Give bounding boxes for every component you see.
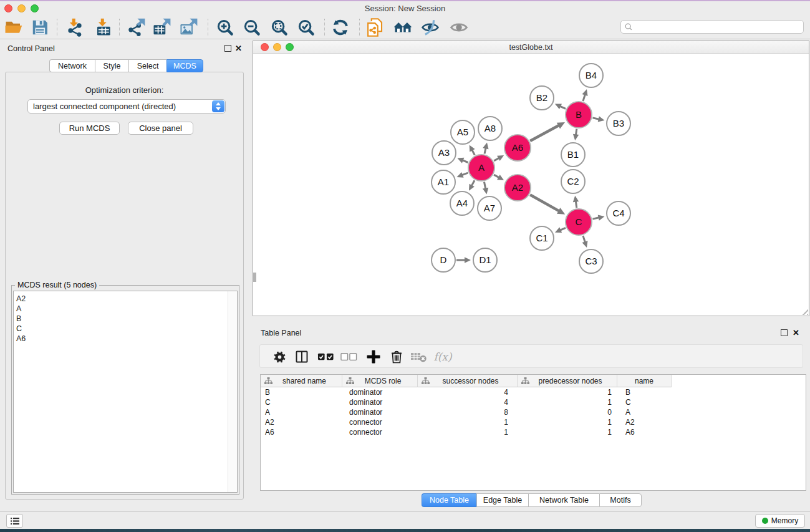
show-graphics-details-button[interactable] <box>448 17 470 37</box>
mcds-result-item[interactable]: C <box>14 324 237 334</box>
function-builder-button[interactable]: f(x) <box>432 345 454 369</box>
import-network-button[interactable] <box>64 17 85 37</box>
zoom-fit-button[interactable] <box>269 17 290 37</box>
delete-table-button[interactable] <box>407 345 430 369</box>
edge-A-A8[interactable] <box>485 148 486 153</box>
network-canvas[interactable]: B4B2BB3A5A8A6B1A3AA1A2C2A4A7C4CC1C3DD1 <box>253 54 809 316</box>
tab-node-table[interactable]: Node Table <box>422 493 476 507</box>
column-header-shared-name[interactable]: shared name <box>261 375 342 387</box>
hide-details-button[interactable] <box>420 17 441 37</box>
column-header-successor-nodes[interactable]: successor nodes <box>418 375 518 387</box>
edge-B-B2[interactable] <box>560 106 566 109</box>
task-history-button[interactable] <box>6 514 23 528</box>
edge-C-C4[interactable] <box>593 218 599 219</box>
criterion-dropdown[interactable]: largest connected component (directed) <box>27 99 226 114</box>
node-label-D: D <box>440 254 447 265</box>
table-row[interactable]: A2connector11A2 <box>261 417 806 427</box>
cell: dominator <box>342 387 418 397</box>
edge-C-C3[interactable] <box>583 236 585 243</box>
mcds-result-item[interactable]: A2 <box>14 294 237 304</box>
refresh-button[interactable] <box>330 17 351 37</box>
network-view-window: testGlobe.txt B4B2BB3A5A8A6B1A3AA1A2C2A4… <box>253 41 809 316</box>
edge-B-B1[interactable] <box>576 129 577 135</box>
run-mcds-button[interactable]: Run MCDS <box>59 122 120 135</box>
tab-network[interactable]: Network <box>49 59 95 72</box>
edge-A-A7[interactable] <box>485 182 486 189</box>
table-row[interactable]: Adominator80A <box>261 407 806 417</box>
table-row[interactable]: Cdominator41C <box>261 397 806 407</box>
node-label-A: A <box>478 162 485 173</box>
edge-A-A2[interactable] <box>494 175 499 178</box>
zoom-in-button[interactable] <box>215 17 236 37</box>
toolbar-divider <box>0 39 810 39</box>
table-toolbar: f(x) <box>259 344 803 368</box>
column-header-MCDS-role[interactable]: MCDS role <box>342 375 418 387</box>
table-settings-button[interactable] <box>268 345 291 369</box>
edge-A-A3[interactable] <box>463 160 468 163</box>
zoom-selected-button[interactable] <box>296 17 317 37</box>
cell: 4 <box>418 387 518 397</box>
mcds-list-scrollbar[interactable] <box>228 291 237 492</box>
close-panel-icon[interactable]: ✕ <box>235 45 242 52</box>
tab-network-table[interactable]: Network Table <box>528 493 599 507</box>
delete-column-button[interactable] <box>385 345 408 369</box>
column-header-predecessor-nodes[interactable]: predecessor nodes <box>518 375 617 387</box>
tab-select[interactable]: Select <box>128 59 166 72</box>
edge-A2-C[interactable] <box>530 195 559 211</box>
desktop-wallpaper <box>0 529 810 532</box>
table-row[interactable]: Bdominator41B <box>261 387 806 397</box>
tab-mcds[interactable]: MCDS <box>166 59 203 72</box>
network-vertical-scrollbar[interactable] <box>253 273 256 282</box>
mcds-result-item[interactable]: A6 <box>14 334 237 344</box>
mcds-result-list[interactable]: A2ABCA6 <box>13 291 238 493</box>
select-all-columns-button[interactable] <box>314 345 337 369</box>
close-table-panel-icon[interactable]: ✕ <box>793 329 799 336</box>
cell: A2 <box>617 417 672 427</box>
edge-A-A6[interactable] <box>494 158 499 161</box>
memory-status-icon <box>762 518 768 524</box>
table-row[interactable]: A6connector11A6 <box>261 427 806 437</box>
export-network-button[interactable] <box>125 17 147 37</box>
edge-C-C2[interactable] <box>576 201 576 208</box>
mcds-result-item[interactable]: A <box>14 304 237 314</box>
edge-B-B3[interactable] <box>593 118 599 119</box>
zoom-out-button[interactable] <box>241 17 263 37</box>
split-view-button[interactable] <box>291 345 313 369</box>
attribute-icon <box>422 377 430 385</box>
unselect-all-columns-button[interactable] <box>337 345 360 369</box>
float-table-panel-icon[interactable] <box>781 329 788 336</box>
edge-A-A5[interactable] <box>472 150 475 155</box>
attribute-icon <box>346 377 354 385</box>
search-input[interactable] <box>620 20 804 34</box>
cell: A <box>261 407 342 417</box>
tab-edge-table[interactable]: Edge Table <box>476 493 528 507</box>
tab-motifs[interactable]: Motifs <box>599 493 642 507</box>
open-session-button[interactable] <box>3 17 24 37</box>
close-panel-button[interactable]: Close panel <box>128 122 193 135</box>
open-network-file-button[interactable] <box>365 17 386 37</box>
edge-B-B4[interactable] <box>583 95 585 102</box>
column-header-name[interactable]: name <box>617 375 672 387</box>
edge-A-A4[interactable] <box>471 180 475 186</box>
tab-style[interactable]: Style <box>95 59 128 72</box>
mcds-result-item[interactable]: B <box>14 314 237 324</box>
memory-button[interactable]: Memory <box>755 514 805 528</box>
home-button[interactable] <box>392 17 413 37</box>
edge-arrow-icon <box>598 215 605 220</box>
cell: 1 <box>518 427 617 437</box>
export-table-button[interactable] <box>151 17 172 37</box>
edge-A-A1[interactable] <box>462 173 468 175</box>
import-table-button[interactable] <box>93 17 114 37</box>
float-panel-icon[interactable] <box>224 45 231 52</box>
save-session-button[interactable] <box>29 17 51 37</box>
node-label-B2: B2 <box>536 92 547 103</box>
add-column-button[interactable] <box>362 345 385 369</box>
cell: 0 <box>518 407 617 417</box>
toolbar-separator <box>119 19 120 36</box>
export-image-button[interactable] <box>178 17 199 37</box>
cell: 1 <box>418 417 518 427</box>
node-table: shared nameMCDS rolesuccessor nodesprede… <box>260 374 806 491</box>
edge-A6-B[interactable] <box>530 125 559 141</box>
edge-C-C1[interactable] <box>560 228 566 230</box>
cell: B <box>617 387 672 397</box>
